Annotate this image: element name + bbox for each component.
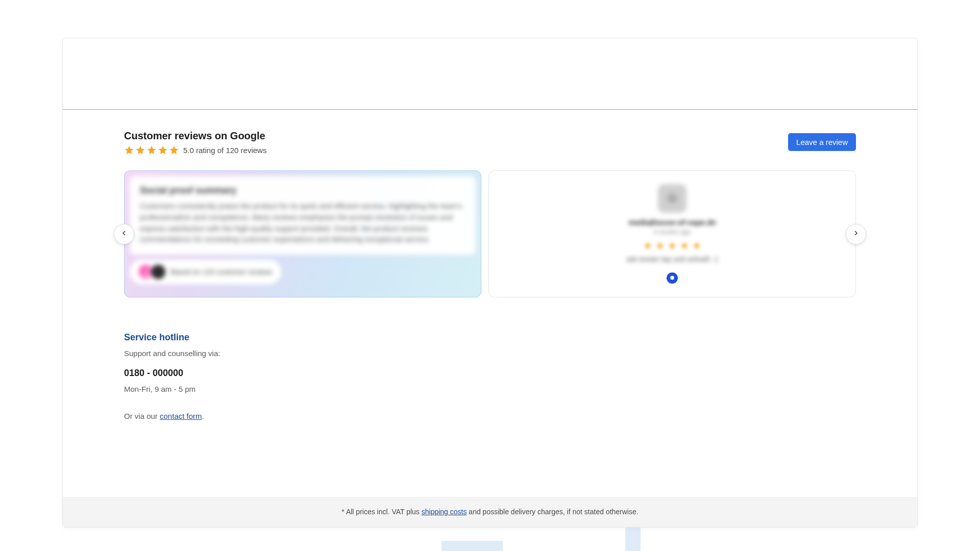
rating-row: 5.0 rating of 120 reviews xyxy=(124,145,266,155)
summary-badge-text: Based on 120 customer reviews xyxy=(170,268,272,276)
hotline-section: Service hotline Support and counselling … xyxy=(63,310,917,436)
chevron-right-icon xyxy=(852,229,860,239)
star-icon xyxy=(169,145,179,155)
verified-badge-icon xyxy=(667,272,678,284)
carousel-next-button[interactable] xyxy=(846,224,866,244)
contact-suffix: . xyxy=(202,412,204,420)
contact-form-link[interactable]: contact form xyxy=(160,412,202,420)
contact-prefix: Or via our xyxy=(124,412,160,420)
hotline-title: Service hotline xyxy=(124,332,856,343)
star-icon xyxy=(158,145,168,155)
review-time: 4 months ago xyxy=(654,229,691,236)
hotline-contact-line: Or via our contact form. xyxy=(124,412,856,420)
star-icon xyxy=(680,241,689,250)
rating-stars xyxy=(124,145,179,155)
review-stars xyxy=(643,241,701,250)
star-icon xyxy=(124,145,134,155)
reviews-section: Customer reviews on Google 5.0 rating of… xyxy=(63,110,917,310)
review-text: wie immer top und schnell :-) xyxy=(627,255,718,263)
review-slide[interactable]: media|house-of-vape.de 4 months ago wie … xyxy=(488,170,856,297)
summary-slide[interactable]: Social proof summary Customers consisten… xyxy=(124,170,481,297)
hotline-hours: Mon-Fri, 9 am - 5 pm xyxy=(124,385,856,393)
hotline-subtitle: Support and counselling via: xyxy=(124,349,856,358)
footer-prices-prefix: * All prices incl. VAT plus xyxy=(341,508,421,516)
reviews-header: Customer reviews on Google 5.0 rating of… xyxy=(124,130,856,155)
carousel: Social proof summary Customers consisten… xyxy=(124,170,856,297)
footer-strip: * All prices incl. VAT plus shipping cos… xyxy=(63,497,917,527)
star-icon xyxy=(135,145,145,155)
star-icon xyxy=(692,241,701,250)
star-icon xyxy=(643,241,652,250)
rating-text: 5.0 rating of 120 reviews xyxy=(183,146,266,155)
star-icon xyxy=(655,241,665,250)
avatar-icon xyxy=(151,265,165,279)
summary-title: Social proof summary xyxy=(140,185,465,196)
main-card: Customer reviews on Google 5.0 rating of… xyxy=(62,38,918,528)
chevron-left-icon xyxy=(120,229,128,239)
hotline-number: 0180 - 000000 xyxy=(124,368,856,379)
leave-review-button[interactable]: Leave a review xyxy=(788,133,856,151)
carousel-prev-button[interactable] xyxy=(114,224,134,244)
shipping-costs-link[interactable]: shipping costs xyxy=(422,508,467,516)
reviewer-name: media|house-of-vape.de xyxy=(628,218,716,227)
star-icon xyxy=(146,145,157,155)
summary-card: Social proof summary Customers consisten… xyxy=(130,176,476,255)
star-icon xyxy=(668,241,677,250)
carousel-wrapper: Social proof summary Customers consisten… xyxy=(124,170,856,297)
footer-prices-suffix: and possible delivery charges, if not st… xyxy=(467,508,638,516)
summary-badge: Based on 120 customer reviews xyxy=(130,260,281,284)
card-top-empty-area xyxy=(63,38,917,110)
summary-text: Customers consistently praise the produc… xyxy=(140,201,465,245)
reviews-heading: Customer reviews on Google xyxy=(124,130,266,142)
reviewer-avatar xyxy=(658,184,687,213)
